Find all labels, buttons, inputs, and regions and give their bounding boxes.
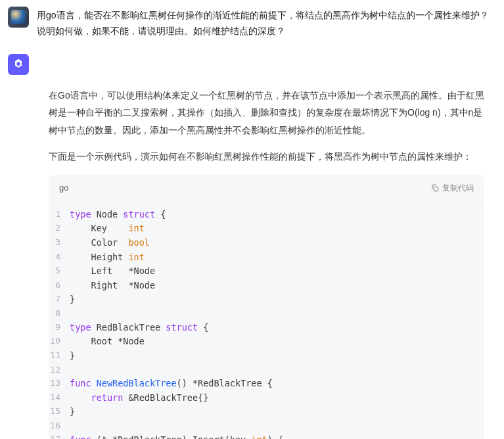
ai-paragraph-2: 下面是一个示例代码，演示如何在不影响红黑树操作性能的前提下，将黑高作为树中节点的… [49, 148, 484, 166]
svg-rect-0 [434, 187, 438, 191]
line-content [70, 307, 484, 321]
line-number: 5 [49, 264, 70, 279]
code-header: go 复制代码 [49, 175, 484, 202]
line-content: } [70, 292, 484, 307]
line-content: Key int [70, 221, 484, 236]
code-line: 10 Root *Node [49, 335, 484, 349]
code-body[interactable]: 1type Node struct {2 Key int3 Color bool… [49, 202, 484, 439]
user-avatar-image [11, 10, 26, 24]
code-line: 11} [49, 349, 484, 363]
code-line: 17func (t *RedBlackTree) Insert(key int)… [49, 433, 484, 439]
copy-code-label: 复制代码 [442, 182, 474, 195]
line-number: 4 [49, 250, 70, 265]
code-line: 2 Key int [49, 221, 484, 236]
ai-avatar-wrap [8, 54, 496, 75]
line-number: 13 [49, 377, 70, 391]
line-number: 10 [49, 335, 70, 349]
ai-paragraph-1: 在Go语言中，可以使用结构体来定义一个红黑树的节点，并在该节点中添加一个表示黑高… [49, 87, 484, 139]
line-content: Color bool [70, 236, 484, 250]
line-number: 14 [49, 391, 70, 405]
copy-code-button[interactable]: 复制代码 [430, 182, 474, 195]
code-line: 14 return &RedBlackTree{} [49, 391, 484, 405]
code-line: 15} [49, 405, 484, 419]
user-message-row: 用go语言，能否在不影响红黑树任何操作的渐近性能的前提下，将结点的黑高作为树中结… [0, 0, 504, 46]
user-message-text: 用go语言，能否在不影响红黑树任何操作的渐近性能的前提下，将结点的黑高作为树中结… [37, 7, 496, 39]
line-content: func (t *RedBlackTree) Insert(key int) { [70, 433, 484, 439]
code-line: 1type Node struct { [49, 208, 484, 222]
line-content: } [70, 405, 484, 419]
line-content: type Node struct { [70, 208, 484, 222]
code-language-label: go [59, 181, 68, 195]
line-content: func NewRedBlackTree() *RedBlackTree { [70, 377, 484, 391]
line-number: 2 [49, 221, 70, 236]
code-block: go 复制代码 1type Node struct {2 Key int3 Co… [49, 175, 484, 439]
user-avatar [8, 7, 29, 28]
code-line: 9type RedBlackTree struct { [49, 321, 484, 335]
line-number: 1 [49, 208, 70, 222]
line-number: 6 [49, 279, 70, 293]
line-content [70, 363, 484, 377]
code-line: 5 Left *Node [49, 264, 484, 279]
line-number: 3 [49, 236, 70, 250]
code-line: 4 Height int [49, 250, 484, 265]
code-line: 6 Right *Node [49, 279, 484, 293]
line-content: type RedBlackTree struct { [70, 321, 484, 335]
code-line: 7} [49, 292, 484, 307]
code-line: 16 [49, 419, 484, 433]
code-line: 8 [49, 307, 484, 321]
code-line: 12 [49, 363, 484, 377]
line-content [70, 419, 484, 433]
line-number: 7 [49, 292, 70, 307]
ai-message-section: 在Go语言中，可以使用结构体来定义一个红黑树的节点，并在该节点中添加一个表示黑高… [0, 46, 504, 439]
line-content: Root *Node [70, 335, 484, 349]
line-content: Left *Node [70, 264, 484, 279]
line-content: } [70, 349, 484, 363]
line-number: 15 [49, 405, 70, 419]
line-number: 11 [49, 349, 70, 363]
ai-message-content: 在Go语言中，可以使用结构体来定义一个红黑树的节点，并在该节点中添加一个表示黑高… [37, 78, 496, 439]
line-number: 8 [49, 307, 70, 321]
code-line: 3 Color bool [49, 236, 484, 250]
ai-avatar [8, 54, 29, 75]
line-content: return &RedBlackTree{} [70, 391, 484, 405]
line-number: 9 [49, 321, 70, 335]
code-line: 13func NewRedBlackTree() *RedBlackTree { [49, 377, 484, 391]
line-number: 12 [49, 363, 70, 377]
line-number: 16 [49, 419, 70, 433]
line-content: Right *Node [70, 279, 484, 293]
line-content: Height int [70, 250, 484, 265]
ai-logo-icon [12, 58, 25, 71]
copy-icon [430, 183, 440, 193]
line-number: 17 [49, 433, 70, 439]
